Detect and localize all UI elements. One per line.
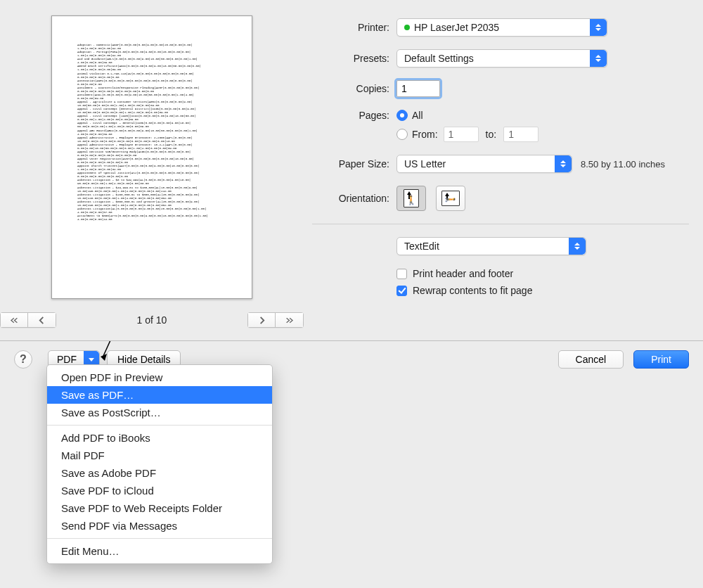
pages-to-input[interactable]: [503, 127, 538, 142]
preview-next-last-group: [247, 312, 304, 328]
menu-mail-pdf[interactable]: Mail PDF: [47, 447, 272, 464]
pdf-button-label: PDF: [57, 354, 77, 365]
settings-divider: [312, 224, 689, 224]
pages-from-input[interactable]: [444, 127, 479, 142]
print-header-footer-checkbox[interactable]: [396, 269, 407, 279]
preview-page-indicator: 1 of 10: [56, 314, 247, 326]
paper-size-select[interactable]: US Letter: [396, 155, 572, 173]
print-button[interactable]: Print: [633, 350, 689, 369]
orientation-label: Orientation:: [312, 193, 396, 204]
presets-value: Default Settings: [404, 53, 474, 64]
copies-label: Copies:: [312, 83, 396, 94]
cancel-button[interactable]: Cancel: [558, 350, 624, 369]
printer-label: Printer:: [312, 22, 396, 33]
menu-send-via-messages[interactable]: Send PDF via Messages: [47, 517, 272, 535]
presets-label: Presets:: [312, 53, 396, 64]
menu-edit-menu[interactable]: Edit Menu…: [47, 542, 272, 560]
menu-save-as-postscript[interactable]: Save as PostScript…: [47, 404, 272, 421]
printer-select[interactable]: HP LaserJet P2035: [396, 18, 607, 37]
orientation-portrait-button[interactable]: 🚶: [396, 186, 426, 211]
preview-next-button[interactable]: [247, 312, 276, 328]
pages-all-label: All: [412, 110, 423, 121]
rewrap-contents-label: Rewrap contents to fit page: [413, 285, 532, 296]
pages-to-label: to:: [486, 129, 497, 140]
chevron-updown-icon: [590, 19, 607, 36]
print-settings-pane: Printer: HP LaserJet P2035 Presets: Defa…: [304, 6, 703, 328]
printer-status-dot: [404, 25, 410, 30]
print-preview-pane: Adoption - Domestic|ADOP|0.00|0.00|5.00|…: [0, 6, 304, 328]
pages-range-radio[interactable]: [396, 129, 408, 140]
menu-save-to-icloud[interactable]: Save PDF to iCloud: [47, 482, 272, 499]
landscape-icon: 🚶: [441, 191, 460, 206]
app-options-select[interactable]: TextEdit: [396, 237, 586, 255]
preview-last-button[interactable]: [276, 312, 304, 328]
menu-open-in-preview[interactable]: Open PDF in Preview: [47, 369, 272, 386]
orientation-landscape-button[interactable]: 🚶: [436, 186, 465, 211]
pdf-menu: Open PDF in Preview Save as PDF… Save as…: [46, 364, 273, 564]
rewrap-contents-checkbox[interactable]: [396, 286, 407, 296]
menu-save-to-web-receipts[interactable]: Save PDF to Web Receipts Folder: [47, 499, 272, 517]
preview-first-prev-group: [0, 312, 56, 328]
menu-separator: [47, 538, 272, 539]
help-button[interactable]: ?: [14, 350, 32, 369]
paper-size-info: 8.50 by 11.00 inches: [581, 159, 665, 170]
portrait-icon: 🚶: [404, 189, 419, 207]
chevron-updown-icon: [555, 155, 572, 172]
chevron-updown-icon: [590, 50, 607, 67]
pages-from-label: From:: [412, 129, 438, 140]
app-options-value: TextEdit: [404, 241, 439, 252]
printer-value: HP LaserJet P2035: [414, 22, 499, 33]
preview-text: Adoption - Domestic|ADOP|0.00|0.00|5.00|…: [77, 43, 245, 221]
pages-all-radio[interactable]: [396, 110, 408, 121]
menu-add-to-ibooks[interactable]: Add PDF to iBooks: [47, 429, 272, 447]
paper-size-label: Paper Size:: [312, 158, 396, 170]
chevron-updown-icon: [569, 238, 586, 255]
paper-size-value: US Letter: [404, 158, 446, 170]
print-header-footer-label: Print header and footer: [413, 268, 513, 279]
preview-prev-button[interactable]: [28, 312, 56, 328]
copies-input[interactable]: [396, 80, 440, 97]
presets-select[interactable]: Default Settings: [396, 49, 607, 68]
preview-page-thumbnail: Adoption - Domestic|ADOP|0.00|0.00|5.00|…: [51, 15, 252, 299]
menu-save-as-adobe-pdf[interactable]: Save as Adobe PDF: [47, 464, 272, 482]
pages-label: Pages:: [312, 110, 396, 121]
menu-separator: [47, 425, 272, 426]
preview-first-button[interactable]: [0, 312, 28, 328]
menu-save-as-pdf[interactable]: Save as PDF…: [47, 386, 272, 404]
